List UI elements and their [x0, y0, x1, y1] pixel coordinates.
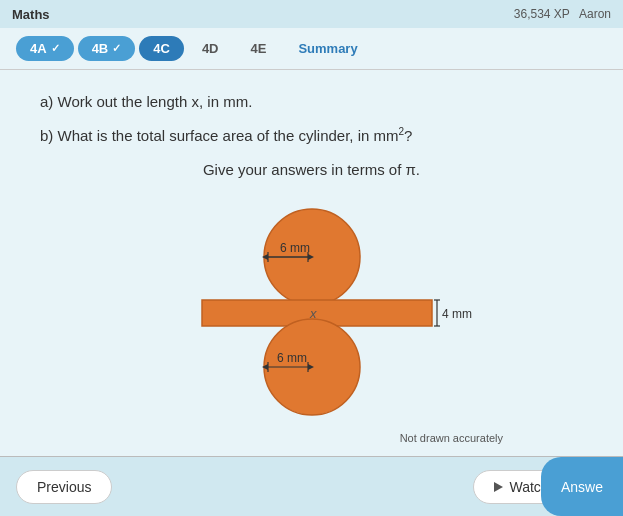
- check-icon: ✓: [51, 42, 60, 55]
- diagram-svg: 6 mm x 4 mm 6 mm: [122, 202, 502, 422]
- xp-label: 36,534 XP Aaron: [514, 7, 611, 21]
- tab-4b[interactable]: 4B ✓: [78, 36, 136, 61]
- video-play-icon: [494, 482, 503, 492]
- nav-tabs: 4A ✓ 4B ✓ 4C 4D 4E Summary: [0, 28, 623, 70]
- not-drawn-label: Not drawn accurately: [40, 432, 583, 444]
- diagram-container: 6 mm x 4 mm 6 mm: [40, 202, 583, 422]
- question-b: b) What is the total surface area of the…: [40, 124, 583, 148]
- previous-button[interactable]: Previous: [16, 470, 112, 504]
- answer-button[interactable]: Answe: [541, 457, 623, 516]
- svg-text:4 mm: 4 mm: [442, 307, 472, 321]
- check-icon: ✓: [112, 42, 121, 55]
- tab-4c[interactable]: 4C: [139, 36, 184, 61]
- tab-summary[interactable]: Summary: [284, 36, 371, 61]
- svg-text:6 mm: 6 mm: [280, 241, 310, 255]
- tab-4d[interactable]: 4D: [188, 36, 233, 61]
- question-instruction: Give your answers in terms of π.: [40, 158, 583, 182]
- subject-label: Maths: [12, 7, 50, 22]
- bottom-bar: Previous Watch video Answe: [0, 456, 623, 516]
- main-content: a) Work out the length x, in mm. b) What…: [0, 70, 623, 474]
- top-bar: Maths 36,534 XP Aaron: [0, 0, 623, 28]
- svg-text:6 mm: 6 mm: [277, 351, 307, 365]
- tab-4e[interactable]: 4E: [237, 36, 281, 61]
- question-a: a) Work out the length x, in mm.: [40, 90, 583, 114]
- tab-4a[interactable]: 4A ✓: [16, 36, 74, 61]
